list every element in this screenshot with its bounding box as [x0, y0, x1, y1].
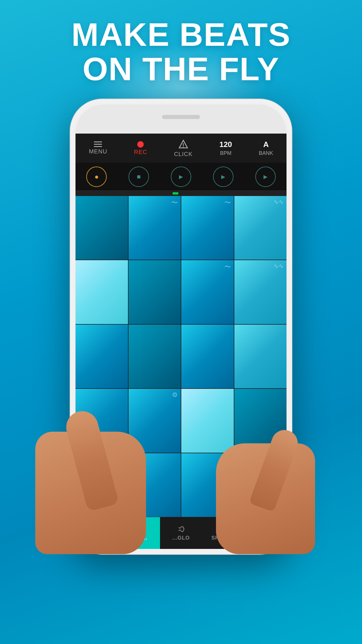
toolbar-click[interactable]: CLICK: [174, 139, 193, 158]
menu-label: MENU: [89, 148, 107, 155]
play3-icon: ▶: [263, 174, 268, 180]
bpm-value: 120: [219, 140, 232, 149]
app-toolbar: MENU REC: [75, 134, 287, 163]
pad-0-1[interactable]: 〜: [129, 196, 181, 260]
bpm-label: BPM: [220, 150, 231, 156]
svg-point-2: [183, 146, 184, 147]
pad-0-2[interactable]: 〜: [181, 196, 234, 260]
pad-1-1[interactable]: [129, 260, 181, 324]
progress-indicator: [173, 192, 178, 195]
wifi-icon-1-2: 〜: [224, 262, 231, 271]
wave-icon-0-3: ∿∿: [274, 198, 284, 205]
toolbar-rec[interactable]: REC: [134, 141, 147, 155]
record-icon: ●: [94, 173, 99, 181]
transport-record-btn[interactable]: ●: [86, 167, 107, 187]
rec-label: REC: [134, 149, 147, 155]
transport-play3-btn[interactable]: ▶: [255, 167, 276, 187]
wifi-icon-0-2: 〜: [224, 198, 231, 207]
phone-speaker: [162, 115, 200, 119]
rec-icon: [137, 141, 144, 148]
pad-0-3[interactable]: ∿∿: [234, 196, 287, 260]
transport-play1-btn[interactable]: ▶: [171, 167, 191, 187]
hero-text: MAKE BEATS ON THE FLY: [0, 18, 362, 86]
phone-device: MENU REC: [70, 99, 292, 554]
bank-value: A: [263, 140, 269, 149]
click-icon: [178, 139, 189, 150]
transport-play2-btn[interactable]: ▶: [213, 167, 233, 187]
pad-1-3[interactable]: ∿∿: [234, 260, 287, 324]
toolbar-bank[interactable]: A BANK: [259, 140, 273, 156]
pad-2-2[interactable]: [181, 325, 234, 388]
bank-label: BANK: [259, 150, 273, 156]
progress-bar: [75, 191, 287, 196]
stop-icon: ■: [137, 173, 141, 181]
transport-row: ● ■ ▶ ▶ ▶: [75, 163, 287, 191]
hero-line1: MAKE BEATS: [0, 18, 362, 52]
pad-2-3[interactable]: [234, 325, 287, 388]
hand-right: [181, 391, 315, 554]
pad-1-2[interactable]: 〜: [181, 260, 234, 324]
toolbar-bpm[interactable]: 120 BPM: [219, 140, 232, 156]
menu-icon: [94, 141, 102, 147]
pad-1-0[interactable]: [75, 260, 128, 324]
click-label: CLICK: [174, 151, 193, 158]
play2-icon: ▶: [221, 174, 225, 180]
play1-icon: ▶: [179, 174, 183, 180]
transport-stop-btn[interactable]: ■: [129, 167, 149, 187]
pad-0-0[interactable]: [75, 196, 128, 260]
toolbar-menu[interactable]: MENU: [89, 141, 107, 155]
wave-icon-1-3: ∿∿: [274, 262, 284, 270]
wifi-icon-0-1: 〜: [171, 198, 178, 207]
hand-left: [35, 350, 187, 554]
hero-line2: ON THE FLY: [0, 52, 362, 86]
